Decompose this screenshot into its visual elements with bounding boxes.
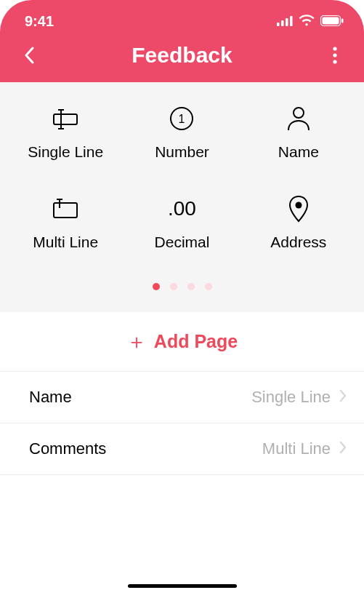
chevron-right-icon: [339, 441, 347, 457]
back-button[interactable]: [15, 47, 44, 64]
chevron-left-icon: [24, 47, 34, 64]
chevron-right-icon: [339, 389, 347, 405]
field-palette: Single Line 1 Number Name Multi Line: [0, 82, 364, 312]
status-time: 9:41: [25, 13, 54, 30]
palette-item-decimal[interactable]: .00 Decimal: [124, 194, 240, 251]
more-button[interactable]: [320, 47, 349, 64]
svg-point-8: [333, 53, 336, 57]
field-name: Name: [29, 388, 251, 407]
svg-point-20: [295, 202, 302, 209]
svg-rect-5: [323, 17, 339, 25]
svg-rect-17: [54, 203, 77, 218]
svg-rect-0: [277, 23, 280, 26]
svg-point-7: [333, 47, 336, 50]
page-dot: [170, 283, 177, 290]
svg-rect-10: [54, 114, 77, 124]
add-page-label: Add Page: [154, 331, 238, 352]
svg-rect-1: [281, 20, 284, 26]
cellular-icon: [277, 13, 293, 30]
multi-line-icon: [51, 194, 80, 223]
palette-item-single-line[interactable]: Single Line: [7, 104, 124, 161]
decimal-icon: .00: [168, 194, 196, 223]
palette-label: Single Line: [28, 143, 103, 161]
status-bar: 9:41: [0, 7, 364, 33]
page-title: Feedback: [44, 43, 320, 68]
svg-rect-6: [341, 19, 344, 23]
page-dot: [187, 283, 195, 290]
page-dot: [153, 283, 160, 290]
palette-label: Address: [270, 234, 326, 251]
single-line-icon: [51, 104, 80, 133]
person-icon: [286, 104, 311, 133]
field-name: Comments: [29, 439, 262, 458]
home-indicator[interactable]: [128, 584, 237, 588]
field-row[interactable]: Comments Multi Line: [0, 423, 364, 475]
page-indicator[interactable]: [7, 283, 357, 290]
battery-icon: [320, 13, 344, 30]
wifi-icon: [299, 13, 315, 30]
palette-label: Decimal: [155, 234, 210, 251]
svg-point-9: [333, 60, 336, 63]
svg-rect-2: [286, 18, 288, 26]
palette-item-name[interactable]: Name: [240, 104, 357, 161]
field-list: Name Single Line Comments Multi Line: [0, 371, 364, 475]
location-pin-icon: [288, 194, 309, 223]
palette-item-number[interactable]: 1 Number: [124, 104, 240, 161]
number-icon: 1: [169, 104, 194, 133]
plus-icon: ＋: [126, 332, 147, 352]
svg-text:1: 1: [179, 113, 185, 125]
palette-label: Number: [155, 143, 209, 161]
palette-item-multi-line[interactable]: Multi Line: [7, 194, 124, 251]
palette-item-address[interactable]: Address: [240, 194, 357, 251]
more-vertical-icon: [333, 47, 337, 64]
palette-label: Name: [278, 143, 319, 161]
palette-label: Multi Line: [33, 234, 98, 251]
svg-rect-3: [290, 16, 293, 26]
field-row[interactable]: Name Single Line: [0, 372, 364, 423]
field-type: Single Line: [251, 388, 331, 407]
page-dot: [205, 283, 212, 290]
field-type: Multi Line: [262, 439, 331, 458]
svg-point-16: [294, 108, 304, 118]
add-page-button[interactable]: ＋ Add Page: [0, 312, 364, 371]
